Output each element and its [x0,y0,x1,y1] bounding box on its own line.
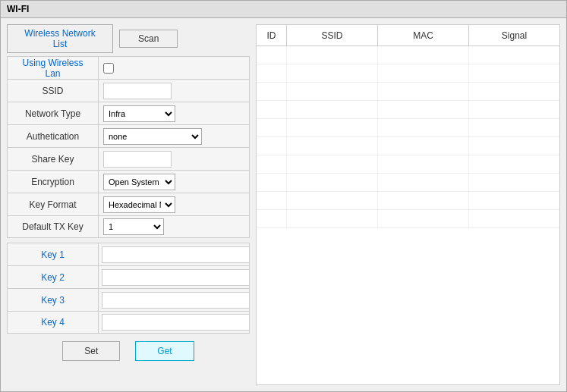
default-tx-key-label: Default TX Key [8,216,99,237]
share-key-input[interactable] [103,151,172,168]
using-wireless-lan-label: Using Wireless Lan [8,57,99,79]
table-row [257,137,559,155]
title-bar: WI-FI [1,1,566,18]
authentication-row: Authetication none WPA WPA2 [7,124,250,147]
share-key-row: Share Key [7,147,250,170]
key3-row: Key 3 64 bits 128 bits [7,288,250,311]
encryption-select[interactable]: Open System Shared Key WEP [103,174,175,190]
key-format-row: Key Format Hexadecimal Num ASCII [7,193,250,215]
key4-input[interactable] [102,314,250,331]
key1-input[interactable] [102,246,250,263]
default-tx-key-row: Default TX Key 1 2 3 4 [7,215,250,238]
key3-input-container [99,292,253,309]
ssid-input[interactable] [103,83,172,99]
authentication-select[interactable]: none WPA WPA2 [103,128,202,145]
default-tx-key-value: 1 2 3 4 [99,218,249,235]
share-key-value [99,151,249,168]
wireless-network-list-button[interactable]: Wireless Network List [7,24,113,53]
authentication-label: Authetication [8,125,99,147]
table-row [257,155,559,174]
network-type-label: Network Type [8,102,99,124]
using-wireless-lan-checkbox[interactable] [103,63,114,74]
key1-row: Key 1 64 bits 128 bits [7,243,250,265]
encryption-value: Open System Shared Key WEP [99,174,249,190]
key-format-select[interactable]: Hexadecimal Num ASCII [103,196,175,213]
left-panel: Wireless Network List Scan Using Wireles… [7,24,250,385]
network-type-select[interactable]: Infra Ad-hoc [103,105,175,122]
key2-row: Key 2 64 bits 128 bits [7,265,250,288]
key4-label: Key 4 [8,312,99,333]
main-content: Wireless Network List Scan Using Wireles… [1,18,566,391]
network-table: ID SSID MAC Signal [256,24,560,385]
wifi-window: WI-FI Wireless Network List Scan Using W… [0,0,567,392]
set-button[interactable]: Set [62,341,120,361]
scan-button[interactable]: Scan [119,30,178,48]
key-format-label: Key Format [8,193,99,215]
ssid-label: SSID [8,80,99,102]
table-row [257,64,559,83]
table-row [257,46,559,64]
key3-label: Key 3 [8,289,99,311]
using-wireless-lan-value [99,63,249,74]
key2-input-container [99,269,253,286]
key3-input[interactable] [102,292,250,309]
network-type-row: Network Type Infra Ad-hoc [7,102,250,124]
table-row [257,210,559,228]
key-format-value: Hexadecimal Num ASCII [99,196,249,213]
table-header: ID SSID MAC Signal [257,25,559,46]
key4-input-container [99,314,253,331]
get-button[interactable]: Get [135,341,194,361]
ssid-row: SSID [7,79,250,102]
table-row [257,83,559,101]
default-tx-key-select[interactable]: 1 2 3 4 [103,218,164,235]
col-mac: MAC [378,25,469,45]
key2-label: Key 2 [8,266,99,288]
col-ssid: SSID [287,25,378,45]
col-signal: Signal [469,25,559,45]
keys-section: Key 1 64 bits 128 bits Key 2 [7,243,250,334]
action-buttons: Set Get [7,341,250,367]
encryption-row: Encryption Open System Shared Key WEP [7,170,250,193]
using-wireless-lan-row: Using Wireless Lan [7,56,250,79]
encryption-label: Encryption [8,171,99,193]
table-body [257,46,559,384]
table-row [257,101,559,119]
authentication-value: none WPA WPA2 [99,128,249,145]
top-buttons-row: Wireless Network List Scan [7,24,250,53]
key4-row: Key 4 64 bits 128 bits [7,311,250,334]
col-id: ID [257,25,287,45]
table-row [257,174,559,192]
table-row [257,119,559,137]
key2-input[interactable] [102,269,250,286]
ssid-value [99,83,249,99]
key1-input-container [99,246,253,263]
share-key-label: Share Key [8,148,99,170]
key1-label: Key 1 [8,243,99,265]
window-title: WI-FI [7,4,29,14]
network-type-value: Infra Ad-hoc [99,105,249,122]
table-row [257,192,559,210]
